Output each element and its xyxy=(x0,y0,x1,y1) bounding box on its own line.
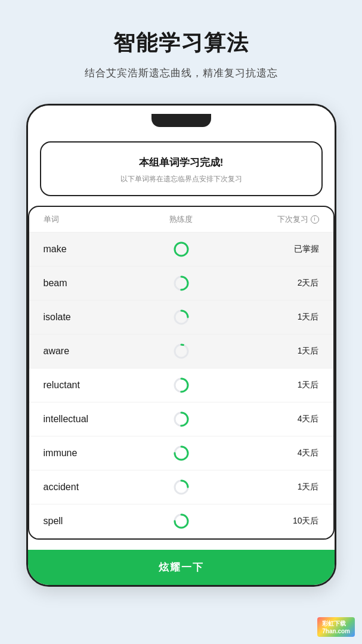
sub-title: 结合艾宾浩斯遗忘曲线，精准复习抗遗忘 xyxy=(18,66,344,80)
word-cell: accident xyxy=(44,482,135,493)
table-row: intellectual 4天后 xyxy=(29,402,333,436)
next-review-cell: 1天后 xyxy=(227,482,319,493)
main-title: 智能学习算法 xyxy=(18,29,344,58)
table-row: reluctant 1天后 xyxy=(29,369,333,402)
next-review-cell: 1天后 xyxy=(227,346,319,357)
table-row: isolate 1天后 xyxy=(29,301,333,335)
proficiency-cell xyxy=(135,445,227,462)
proficiency-cell xyxy=(135,479,227,496)
proficiency-cell xyxy=(135,343,227,360)
next-review-cell: 4天后 xyxy=(227,448,319,459)
next-review-cell: 4天后 xyxy=(227,414,319,425)
info-icon: i xyxy=(311,215,319,224)
word-cell: immune xyxy=(44,448,135,459)
col-word-header: 单词 xyxy=(44,214,135,225)
word-cell: beam xyxy=(44,278,135,289)
table-row: accident 1天后 xyxy=(29,470,333,504)
watermark: 彩虹下载7han.com xyxy=(317,617,355,637)
svg-point-6 xyxy=(175,345,188,358)
table-rows-container: make 已掌握beam 2天后isolate 1天后aware 1天后relu… xyxy=(29,233,333,538)
table-header: 单词 熟练度 下次复习 i xyxy=(29,207,333,233)
table-row: spell 10天后 xyxy=(29,504,333,538)
table-card: 单词 熟练度 下次复习 i make 已掌握beam 2天后isolate 1天… xyxy=(28,206,335,540)
completion-subtitle: 以下单词将在遗忘临界点安排下次复习 xyxy=(53,174,310,184)
word-cell: aware xyxy=(44,346,135,357)
completion-card: 本组单词学习完成! 以下单词将在遗忘临界点安排下次复习 xyxy=(40,141,323,196)
word-cell: make xyxy=(44,244,135,255)
proficiency-cell xyxy=(135,241,227,258)
next-review-cell: 10天后 xyxy=(227,516,319,527)
word-cell: spell xyxy=(44,516,135,527)
word-cell: reluctant xyxy=(44,380,135,391)
col-next-review-header: 下次复习 i xyxy=(227,214,319,225)
proficiency-cell xyxy=(135,411,227,428)
phone-notch xyxy=(151,114,211,127)
bottom-button[interactable]: 炫耀一下 xyxy=(28,550,335,585)
next-review-cell: 已掌握 xyxy=(227,244,319,255)
proficiency-cell xyxy=(135,275,227,292)
next-review-cell: 1天后 xyxy=(227,312,319,323)
header-section: 智能学习算法 结合艾宾浩斯遗忘曲线，精准复习抗遗忘 xyxy=(0,0,362,92)
word-cell: intellectual xyxy=(44,414,135,425)
next-review-cell: 2天后 xyxy=(227,278,319,289)
col-proficiency-header: 熟练度 xyxy=(135,214,227,225)
svg-point-1 xyxy=(175,243,188,256)
completion-title: 本组单词学习完成! xyxy=(53,156,310,169)
table-row: aware 1天后 xyxy=(29,335,333,369)
table-row: beam 2天后 xyxy=(29,267,333,301)
word-cell: isolate xyxy=(44,312,135,323)
proficiency-cell xyxy=(135,513,227,530)
phone-mockup: 本组单词学习完成! 以下单词将在遗忘临界点安排下次复习 单词 熟练度 下次复习 … xyxy=(26,104,336,587)
proficiency-cell xyxy=(135,377,227,394)
proficiency-cell xyxy=(135,309,227,326)
table-row: make 已掌握 xyxy=(29,233,333,267)
next-review-cell: 1天后 xyxy=(227,380,319,391)
phone-top-bar xyxy=(28,106,335,127)
table-row: immune 4天后 xyxy=(29,436,333,470)
